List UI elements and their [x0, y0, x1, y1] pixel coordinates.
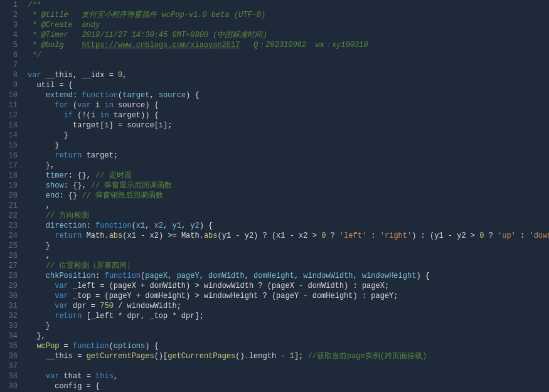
- code-line[interactable]: config = {: [28, 381, 549, 391]
- code-line[interactable]: }: [28, 140, 549, 151]
- code-line[interactable]: show: {}, // 弹窗显示后回调函数: [28, 181, 549, 191]
- code-line[interactable]: }: [28, 130, 549, 140]
- code-line[interactable]: // 位置检测（屏幕四周）: [28, 261, 549, 271]
- line-number: 23: [0, 221, 18, 231]
- token: __this =: [28, 352, 87, 361]
- line-number: 38: [0, 371, 18, 381]
- line-number: 3: [0, 20, 18, 30]
- token: }: [28, 141, 59, 150]
- code-line[interactable]: [28, 361, 549, 371]
- token: end: [46, 191, 60, 200]
- line-number: 37: [0, 361, 18, 371]
- code-line[interactable]: direction: function(x1, x2, y1, y2) {: [28, 221, 549, 231]
- code-line[interactable]: var _top = (pageY + domHeight) > windowH…: [28, 291, 549, 301]
- token: [28, 272, 46, 280]
- code-area[interactable]: /** * @title 支付宝小程序弹窗插件 wcPop-v1.0 beta …: [25, 0, 549, 392]
- token: ,: [122, 71, 127, 80]
- line-number: 32: [0, 311, 18, 321]
- code-line[interactable]: return target;: [28, 151, 549, 161]
- token: function: [104, 272, 141, 280]
- token: (y1 - y2) ? (x1 - x2 >: [218, 231, 322, 240]
- code-line[interactable]: extend: function(target, source) {: [28, 90, 549, 100]
- token: },: [28, 161, 55, 170]
- line-number: 8: [0, 70, 18, 80]
- code-editor[interactable]: 1234567891011121314151617181920212223242…: [0, 0, 549, 392]
- code-line[interactable]: * @bolg https://www.cnblogs.com/xiaoyan2…: [28, 40, 549, 50]
- token: windowWidth: [303, 272, 353, 280]
- token: return: [55, 151, 82, 160]
- code-line[interactable]: */: [28, 50, 549, 60]
- code-line[interactable]: __this = getCurrentPages()[getCurrentPag…: [28, 351, 549, 361]
- line-number: 35: [0, 341, 18, 351]
- token: (!(i: [73, 111, 100, 120]
- token: * @Create andy: [28, 21, 100, 29]
- token: / windowWidth;: [114, 302, 181, 310]
- token: :: [516, 231, 530, 240]
- token: }: [28, 241, 50, 250]
- line-number: 30: [0, 291, 18, 301]
- line-number: 25: [0, 241, 18, 251]
- token: return: [55, 312, 82, 320]
- code-line[interactable]: ,: [28, 251, 549, 261]
- code-line[interactable]: timer: {}, // 定时器: [28, 171, 549, 181]
- token: */: [28, 51, 41, 60]
- token: [28, 282, 55, 290]
- code-line[interactable]: return [_left * dpr, _top * dpr];: [28, 311, 549, 321]
- token: in: [104, 101, 113, 110]
- token: ];: [294, 352, 308, 361]
- token: ()[: [154, 352, 168, 361]
- token: that =: [59, 372, 95, 381]
- code-line[interactable]: return Math.abs(x1 - x2) >= Math.abs(y1 …: [28, 231, 549, 241]
- token: Q：282310962 wx：xy190310: [240, 41, 368, 50]
- token: show: [46, 181, 64, 190]
- token: var: [28, 71, 41, 80]
- code-line[interactable]: target[i] = source[i];: [28, 120, 549, 130]
- token: // 定时器: [95, 171, 132, 180]
- token: options: [114, 342, 145, 351]
- token: direction: [46, 221, 87, 230]
- code-line[interactable]: [28, 60, 549, 70]
- token: ,: [181, 221, 190, 230]
- token: source: [159, 91, 186, 100]
- token: target)) {: [109, 111, 159, 120]
- code-line[interactable]: end: {} // 弹窗销毁后回调函数: [28, 191, 549, 201]
- line-number: 21: [0, 201, 18, 211]
- token: in: [100, 111, 109, 120]
- code-line[interactable]: },: [28, 331, 549, 341]
- code-line[interactable]: if (!(i in target)) {: [28, 110, 549, 120]
- token: [28, 91, 46, 100]
- code-line[interactable]: var that = this,: [28, 371, 549, 381]
- code-line[interactable]: * @Timer 2018/11/27 14:30:45 GMT+0800 (中…: [28, 30, 549, 40]
- line-number: 33: [0, 321, 18, 331]
- token: [28, 302, 55, 310]
- token: :: [95, 272, 104, 280]
- token: }: [28, 322, 50, 331]
- token: target: [122, 91, 149, 100]
- token: getCurrentPages: [87, 352, 154, 361]
- code-line[interactable]: var __this, __idx = 0,: [28, 70, 549, 80]
- code-line[interactable]: * @title 支付宝小程序弹窗插件 wcPop-v1.0 beta (UTF…: [28, 10, 549, 20]
- token: x2: [154, 221, 163, 230]
- code-line[interactable]: var dpr = 750 / windowWidth;: [28, 301, 549, 311]
- code-line[interactable]: // 方向检测: [28, 211, 549, 221]
- code-line[interactable]: var _left = (pageX + domWidth) > windowW…: [28, 281, 549, 291]
- code-line[interactable]: },: [28, 161, 549, 171]
- code-line[interactable]: util = {: [28, 80, 549, 90]
- token: 'left': [339, 231, 366, 240]
- code-line[interactable]: ,: [28, 201, 549, 211]
- code-line[interactable]: /**: [28, 0, 549, 10]
- token: if: [64, 111, 73, 120]
- token: ?: [484, 231, 498, 240]
- token: ().length -: [235, 352, 289, 361]
- code-line[interactable]: * @Create andy: [28, 20, 549, 30]
- code-line[interactable]: }: [28, 321, 549, 331]
- code-line[interactable]: for (var i in source) {: [28, 100, 549, 110]
- line-number: 17: [0, 161, 18, 171]
- code-line[interactable]: }: [28, 241, 549, 251]
- token: [28, 372, 46, 381]
- line-number: 22: [0, 211, 18, 221]
- token: timer: [46, 171, 68, 180]
- code-line[interactable]: chkPosition: function(pageX, pageY, domW…: [28, 271, 549, 281]
- token: // 弹窗销毁后回调函数: [82, 191, 163, 200]
- code-line[interactable]: wcPop = function(options) {: [28, 341, 549, 351]
